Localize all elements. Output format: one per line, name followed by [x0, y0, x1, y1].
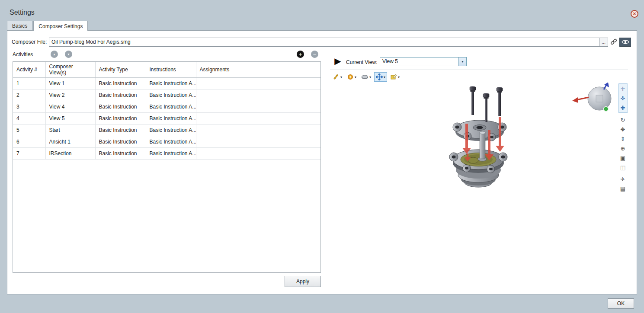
chevron-down-icon: ▾ — [369, 75, 371, 79]
material-tool-icon — [361, 73, 368, 80]
chevron-down-icon: ▾ — [340, 75, 342, 79]
table-row[interactable]: 3 View 4 Basic Instruction Basic Instruc… — [13, 101, 321, 113]
cell-assignments[interactable] — [196, 136, 321, 148]
cell-activity-num[interactable]: 3 — [13, 101, 45, 113]
preview-eye-button[interactable] — [619, 38, 631, 47]
move-activity-down-button[interactable]: ▼ — [65, 51, 72, 58]
cell-activity-num[interactable]: 1 — [13, 78, 45, 89]
cell-instructions[interactable]: Basic Instruction A... — [146, 125, 196, 136]
table-row[interactable]: 6 Ansicht 1 Basic Instruction Basic Inst… — [13, 136, 321, 148]
cell-assignments[interactable] — [196, 125, 321, 136]
cell-instructions[interactable]: Basic Instruction A... — [146, 78, 196, 89]
cell-activity-type[interactable]: Basic Instruction — [95, 136, 146, 148]
chevron-down-icon[interactable]: ▼ — [458, 57, 466, 66]
column-header-activity-num[interactable]: Activity # — [13, 62, 45, 78]
navigation-orb — [572, 83, 611, 112]
oil-pump-model — [449, 86, 507, 187]
column-header-composer-views[interactable]: Composer View(s) — [45, 62, 95, 78]
cell-assignments[interactable] — [196, 148, 321, 160]
cell-activity-type[interactable]: Basic Instruction — [95, 113, 146, 125]
add-activity-button[interactable]: + — [297, 51, 304, 58]
cell-instructions[interactable]: Basic Instruction A... — [146, 148, 196, 160]
ok-button[interactable]: OK — [608, 298, 634, 309]
table-row[interactable]: 5 Start Basic Instruction Basic Instruct… — [13, 125, 321, 136]
cell-activity-num[interactable]: 5 — [13, 125, 45, 136]
plus-icon: + — [299, 51, 302, 57]
current-view-dropdown[interactable]: View 5 ▼ — [380, 57, 467, 66]
table-row[interactable]: 2 View 2 Basic Instruction Basic Instruc… — [13, 89, 321, 101]
cell-instructions[interactable]: Basic Instruction A... — [146, 89, 196, 101]
cell-composer-view[interactable]: Start — [45, 125, 95, 136]
render-tool-icon — [333, 73, 340, 80]
cell-activity-num[interactable]: 6 — [13, 136, 45, 148]
fly-through-icon[interactable]: ✈ — [618, 174, 628, 184]
cell-assignments[interactable] — [196, 101, 321, 113]
chevron-down-icon: ▾ — [398, 75, 400, 79]
table-row[interactable]: 4 View 5 Basic Instruction Basic Instruc… — [13, 113, 321, 125]
3d-viewport[interactable] — [330, 83, 617, 286]
composer-file-row: Composer File: ... — [12, 37, 631, 47]
tab-composer-settings[interactable]: Composer Settings — [33, 21, 88, 31]
cell-activity-type[interactable]: Basic Instruction — [95, 101, 146, 113]
apply-button[interactable]: Apply — [285, 276, 321, 287]
cell-composer-view[interactable]: View 4 — [45, 101, 95, 113]
align-views-icon[interactable]: ✛ — [618, 84, 628, 93]
cell-composer-view[interactable]: View 1 — [45, 78, 95, 89]
cell-activity-num[interactable]: 4 — [13, 113, 45, 125]
cell-assignments[interactable] — [196, 113, 321, 125]
cell-assignments[interactable] — [196, 78, 321, 89]
cell-activity-num[interactable]: 7 — [13, 148, 45, 160]
annotation-tool-button[interactable]: ▾ — [388, 72, 401, 82]
cell-instructions[interactable]: Basic Instruction A... — [146, 136, 196, 148]
move-tool-button[interactable]: ▾ — [374, 72, 387, 82]
zoom-icon[interactable]: ⇕ — [618, 134, 628, 144]
cell-composer-view[interactable]: View 2 — [45, 89, 95, 101]
composer-file-label: Composer File: — [12, 39, 49, 45]
rotate-view-icon[interactable]: ✜ — [618, 93, 628, 103]
close-icon[interactable]: × — [631, 10, 638, 18]
cell-instructions[interactable]: Basic Instruction A... — [146, 113, 196, 125]
cell-activity-type[interactable]: Basic Instruction — [95, 148, 146, 160]
cell-activity-type[interactable]: Basic Instruction — [95, 125, 146, 136]
activities-label: Activities — [13, 51, 33, 57]
annotation-tool-icon — [390, 73, 397, 80]
tab-bar: Basics Composer Settings — [7, 21, 89, 30]
cell-activity-num[interactable]: 2 — [13, 89, 45, 101]
cell-composer-view[interactable]: IRSection — [45, 148, 95, 160]
viewport-mode-icon[interactable]: ✚ — [618, 103, 628, 112]
composer-file-input[interactable] — [49, 38, 599, 47]
tab-basics[interactable]: Basics — [7, 21, 32, 30]
pan-icon[interactable]: ✥ — [618, 125, 628, 134]
column-header-assignments[interactable]: Assignments — [196, 62, 321, 78]
camera-view-icon[interactable]: ▤ — [618, 184, 628, 193]
render-tool-button[interactable]: ▾ — [331, 72, 344, 82]
table-row[interactable]: 7 IRSection Basic Instruction Basic Inst… — [13, 148, 321, 160]
zoom-selection-icon[interactable]: ◫ — [618, 163, 628, 172]
cell-assignments[interactable] — [196, 89, 321, 101]
up-arrow-icon: ▲ — [53, 53, 56, 56]
move-activity-up-button[interactable]: ▲ — [51, 51, 58, 58]
column-header-instructions[interactable]: Instructions — [146, 62, 196, 78]
view-mode-button[interactable]: ▾ — [345, 72, 358, 82]
cell-activity-type[interactable]: Basic Instruction — [95, 78, 146, 89]
cell-instructions[interactable]: Basic Instruction A... — [146, 101, 196, 113]
cell-composer-view[interactable]: View 5 — [45, 113, 95, 125]
zoom-window-icon[interactable]: ▣ — [618, 153, 628, 163]
browse-button[interactable]: ... — [599, 38, 608, 47]
zoom-in-icon[interactable]: ⊕ — [618, 144, 628, 153]
move-tool-icon — [376, 73, 383, 80]
column-header-activity-type[interactable]: Activity Type — [95, 62, 146, 78]
composer-settings-panel: Composer File: ... Activities ▲ ▼ — [7, 30, 637, 294]
remove-activity-button[interactable]: − — [311, 51, 318, 58]
cell-composer-view[interactable]: Ansicht 1 — [45, 136, 95, 148]
table-header-row: Activity # Composer View(s) Activity Typ… — [13, 62, 321, 78]
material-tool-button[interactable]: ▾ — [359, 72, 373, 82]
chevron-down-icon: ▾ — [384, 75, 385, 79]
orbit-icon[interactable]: ↻ — [618, 115, 628, 125]
table-row[interactable]: 1 View 1 Basic Instruction Basic Instruc… — [13, 78, 321, 89]
divider — [330, 70, 628, 70]
cell-activity-type[interactable]: Basic Instruction — [95, 89, 146, 101]
minus-icon: − — [313, 51, 317, 57]
link-icon[interactable] — [609, 38, 618, 47]
play-button[interactable]: ▶ — [333, 56, 343, 66]
